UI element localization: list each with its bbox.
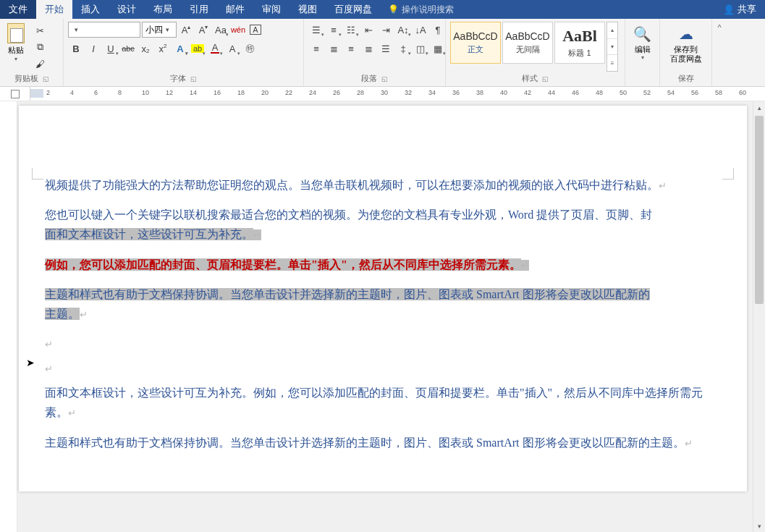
grow-font-button[interactable]: A▴	[178, 22, 194, 38]
tab-selector[interactable]	[0, 87, 30, 101]
ruler-number: 38	[476, 89, 483, 96]
sort-button[interactable]: ↓A	[413, 22, 428, 38]
change-case-button[interactable]: Aa	[213, 22, 229, 38]
paragraph[interactable]: ↵	[45, 358, 721, 373]
vertical-scrollbar[interactable]: ▴ ▾	[753, 101, 765, 532]
shading-button[interactable]: ◫	[413, 41, 428, 56]
ruler-number: 30	[381, 89, 388, 96]
group-label-paragraph: 段落	[361, 74, 377, 83]
superscript-button[interactable]: x2	[155, 41, 171, 56]
scroll-down-button[interactable]: ▾	[753, 520, 765, 532]
selected-text[interactable]: 主题。	[45, 308, 80, 320]
highlight-button[interactable]: ab	[190, 41, 206, 56]
enclose-characters-button[interactable]: ㊕	[242, 41, 258, 56]
tab-insert[interactable]: 插入	[72, 0, 109, 19]
style-no-spacing[interactable]: AaBbCcD 无间隔	[502, 22, 553, 64]
distributed-button[interactable]: ☰	[378, 41, 394, 56]
highlight-icon: ab	[191, 44, 204, 53]
tab-file[interactable]: 文件	[0, 0, 36, 19]
tab-baidu-netdisk[interactable]: 百度网盘	[326, 0, 381, 19]
person-icon: 👤	[723, 4, 735, 15]
dialog-launcher-icon[interactable]: ◱	[43, 75, 49, 83]
tab-review[interactable]: 审阅	[253, 0, 289, 19]
scroll-up-button[interactable]: ▴	[753, 101, 765, 114]
chevron-down-icon: ▾	[14, 56, 17, 62]
tab-view[interactable]: 视图	[289, 0, 326, 19]
selected-text[interactable]: 面和文本框设计，这些设计可互为补充。	[45, 228, 253, 240]
ruler-number: 40	[500, 89, 507, 96]
subscript-button[interactable]: x2	[138, 41, 153, 56]
margin-mark-icon	[32, 168, 43, 180]
scissors-icon: ✂	[36, 25, 44, 36]
bold-button[interactable]: B	[68, 41, 84, 56]
vertical-ruler[interactable]	[0, 101, 17, 532]
character-shading-button[interactable]: A	[224, 41, 240, 56]
paragraph[interactable]: ↵	[45, 334, 721, 348]
shrink-font-button[interactable]: A▾	[195, 22, 211, 38]
tab-home[interactable]: 开始	[36, 0, 72, 19]
italic-button[interactable]: I	[85, 41, 101, 56]
save-to-netdisk-button[interactable]: ☁ 保存到 百度网盘	[666, 22, 706, 65]
style-heading-1[interactable]: AaBl 标题 1	[554, 22, 605, 64]
justify-button[interactable]: ≣	[360, 41, 376, 56]
gallery-down-button[interactable]: ▾	[607, 39, 617, 56]
tell-me-search[interactable]: 💡 操作说明搜索	[381, 0, 461, 19]
dialog-launcher-icon[interactable]: ◱	[542, 75, 549, 83]
font-name-combo[interactable]: ▾	[68, 22, 140, 38]
editing-button[interactable]: 🔍 编辑 ▾	[629, 22, 656, 62]
page[interactable]: 视频提供了功能强大的方法帮助您证明您的观点。当您单击联机视频时，可以在想要添加的…	[19, 106, 747, 491]
character-border-button[interactable]: A	[248, 22, 263, 38]
increase-indent-button[interactable]: ⇥	[378, 22, 394, 38]
cut-button[interactable]: ✂	[32, 23, 48, 38]
tab-design[interactable]: 设计	[109, 0, 145, 19]
bullets-button[interactable]: ☰	[308, 22, 324, 38]
paragraph[interactable]: 主题和样式也有助于文档保持协调。当您单击设计并选择新的主题时，图片、图表或 Sm…	[45, 284, 721, 324]
show-marks-button[interactable]: ¶	[430, 22, 446, 38]
group-clipboard: 粘贴 ▾ ✂ ⧉ 🖌 剪贴板◱	[0, 19, 64, 86]
font-size-combo[interactable]: 小四▾	[142, 22, 177, 38]
dialog-launcher-icon[interactable]: ◱	[381, 75, 388, 83]
paste-button[interactable]: 粘贴 ▾	[4, 22, 28, 64]
document-area: 视频提供了功能强大的方法帮助您证明您的观点。当您单击联机视频时，可以在想要添加的…	[0, 101, 765, 532]
style-normal[interactable]: AaBbCcD 正文	[450, 22, 501, 64]
multilevel-list-button[interactable]: ☷	[343, 22, 359, 38]
gallery-more-button[interactable]: ≡	[607, 55, 617, 71]
align-center-button[interactable]: ≣	[326, 41, 342, 56]
ribbon: 粘贴 ▾ ✂ ⧉ 🖌 剪贴板◱ ▾ 小四▾ A▴ A▾ Aa wén A	[0, 19, 765, 87]
paragraph[interactable]: 面和文本框设计，这些设计可互为补充。例如，您可以添加匹配的封面、页眉和提要栏。单…	[45, 383, 721, 422]
ruler-number: 34	[428, 89, 436, 96]
paragraph[interactable]: 主题和样式也有助于文档保持协调。当您单击设计并选择新的主题时，图片、图表或 Sm…	[45, 433, 721, 452]
numbering-button[interactable]: ≡	[326, 22, 342, 38]
align-left-button[interactable]: ≡	[308, 41, 324, 56]
cloud-save-icon: ☁	[679, 23, 693, 45]
text-effects-button[interactable]: A	[172, 41, 188, 56]
dialog-launcher-icon[interactable]: ◱	[190, 75, 197, 83]
paragraph[interactable]: 您也可以键入一个关键字以联机搜索最适合您的文档的视频。为使您的文档具有专业外观，…	[45, 205, 721, 244]
copy-button[interactable]: ⧉	[32, 40, 48, 54]
scroll-thumb[interactable]	[755, 116, 764, 304]
group-editing: 🔍 编辑 ▾	[625, 19, 660, 86]
collapse-ribbon-button[interactable]: ^	[712, 19, 727, 86]
phonetic-guide-button[interactable]: wén	[230, 22, 246, 38]
format-painter-button[interactable]: 🖌	[32, 56, 48, 71]
font-color-button[interactable]: A	[207, 41, 223, 56]
ruler-number: 58	[715, 89, 722, 96]
decrease-indent-button[interactable]: ⇤	[360, 22, 376, 38]
tab-references[interactable]: 引用	[181, 0, 217, 19]
selected-text[interactable]: 主题和样式也有助于文档保持协调。当您单击设计并选择新的主题时，图片、图表或 Sm…	[45, 288, 650, 300]
strikethrough-button[interactable]: abc	[120, 41, 136, 56]
share-button[interactable]: 👤 共享	[714, 0, 765, 19]
selected-text[interactable]: 例如，您可以添加匹配的封面、页眉和提要栏。单击"插入"，然后从不同库中选择所需元…	[45, 258, 521, 271]
underline-button[interactable]: U	[103, 41, 119, 56]
align-right-button[interactable]: ≡	[343, 41, 359, 56]
group-font: ▾ 小四▾ A▴ A▾ Aa wén A B I U abc x2 x2 A a…	[64, 19, 304, 86]
paragraph[interactable]: 视频提供了功能强大的方法帮助您证明您的观点。当您单击联机视频时，可以在想要添加的…	[45, 175, 721, 195]
tab-mailings[interactable]: 邮件	[217, 0, 253, 19]
line-spacing-button[interactable]: ‡	[395, 41, 411, 56]
tab-layout[interactable]: 布局	[145, 0, 181, 19]
horizontal-ruler[interactable]: 2468101214161820222426283032343638404244…	[30, 87, 765, 101]
paragraph[interactable]: 例如，您可以添加匹配的封面、页眉和提要栏。单击"插入"，然后从不同库中选择所需元…	[45, 255, 721, 274]
asian-layout-button[interactable]: A↕	[395, 22, 411, 38]
gallery-up-button[interactable]: ▴	[607, 22, 617, 39]
borders-button[interactable]: ▦	[430, 41, 446, 56]
